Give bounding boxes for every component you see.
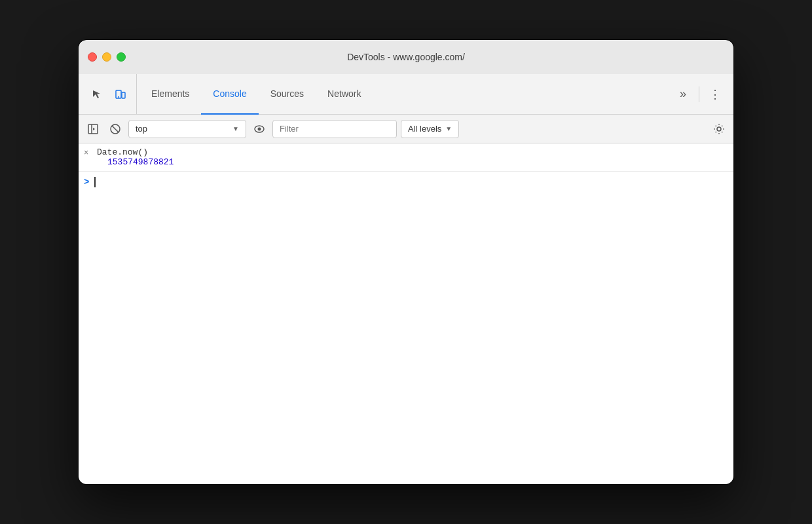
svg-rect-1 — [122, 92, 125, 98]
console-cursor — [94, 177, 96, 187]
inspect-element-icon[interactable] — [86, 84, 107, 105]
console-output-area: × Date.now() 1535749878821 > — [79, 143, 733, 484]
toolbar-icons — [81, 74, 137, 114]
console-toolbar: top ▼ All levels ▼ — [79, 115, 733, 143]
tab-network[interactable]: Network — [316, 74, 373, 115]
devtools-window: DevTools - www.google.com/ Elements — [79, 40, 733, 484]
console-prompt-icon: > — [84, 177, 89, 187]
svg-marker-5 — [93, 128, 95, 130]
levels-arrow: ▼ — [445, 125, 452, 132]
close-button[interactable] — [88, 52, 97, 62]
tab-console[interactable]: Console — [201, 74, 258, 115]
clear-console-button[interactable] — [106, 120, 124, 138]
minimize-button[interactable] — [102, 52, 111, 62]
tabs-bar: Elements Console Sources Network » ⋮ — [79, 74, 733, 115]
tab-elements[interactable]: Elements — [139, 74, 201, 115]
context-arrow: ▼ — [232, 125, 239, 132]
tab-sources[interactable]: Sources — [259, 74, 316, 115]
svg-point-10 — [717, 127, 721, 131]
tabs-right-controls: » ⋮ — [667, 74, 731, 114]
console-settings-button[interactable] — [710, 120, 728, 138]
svg-point-9 — [258, 127, 261, 130]
console-entry: × Date.now() 1535749878821 — [79, 143, 733, 172]
context-selector[interactable]: top ▼ — [128, 120, 246, 138]
filter-input[interactable] — [280, 124, 390, 134]
log-levels-selector[interactable]: All levels ▼ — [401, 120, 459, 138]
device-toolbar-icon[interactable] — [110, 84, 131, 105]
devtools-menu-button[interactable]: ⋮ — [705, 84, 726, 105]
console-cursor-line — [94, 177, 96, 187]
console-command: Date.now() — [97, 147, 728, 157]
maximize-button[interactable] — [117, 52, 126, 62]
title-bar: DevTools - www.google.com/ — [79, 40, 733, 74]
svg-line-7 — [112, 126, 119, 132]
show-console-sidebar-button[interactable] — [84, 120, 102, 138]
console-input-row[interactable]: > — [79, 172, 733, 193]
console-result: 1535749878821 — [97, 157, 728, 167]
divider — [699, 86, 699, 102]
window-title: DevTools - www.google.com/ — [347, 52, 465, 62]
more-tabs-button[interactable]: » — [673, 84, 693, 105]
traffic-lights — [88, 52, 126, 62]
filter-input-container — [272, 120, 397, 138]
entry-error-icon: × — [84, 149, 88, 158]
watch-expressions-icon[interactable] — [250, 120, 268, 138]
